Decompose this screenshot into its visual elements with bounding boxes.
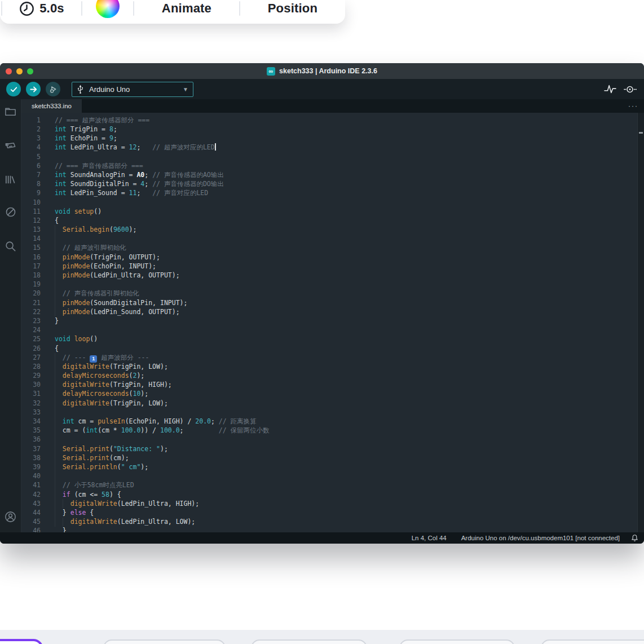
code-line[interactable]: delayMicroseconds(2); [55, 371, 637, 380]
line-number: 16 [21, 253, 41, 262]
board-connection-status[interactable]: Arduino Uno on /dev/cu.usbmodem101 [not … [461, 535, 620, 541]
code-line[interactable]: // 小于58cm时点亮LED [55, 480, 637, 489]
usb-icon [77, 85, 84, 94]
code-line[interactable]: Serial.print("Distance: "); [55, 444, 637, 453]
code-line[interactable]: delayMicroseconds(10); [55, 389, 637, 398]
code-line[interactable]: pinMode(LedPin_Ultra, OUTPUT); [55, 271, 637, 280]
serial-monitor-button[interactable] [623, 82, 637, 96]
line-number: 15 [21, 243, 41, 252]
code-line[interactable]: digitalWrite(TrigPin, LOW); [55, 362, 637, 371]
cursor-position-status[interactable]: Ln 4, Col 44 [412, 535, 447, 541]
code-line[interactable]: digitalWrite(TrigPin, LOW); [55, 399, 637, 408]
code-line[interactable]: // === 超声波传感器部分 === [55, 116, 637, 125]
code-line[interactable]: } [55, 526, 637, 532]
code-line[interactable]: pinMode(LedPin_Sound, OUTPUT); [55, 307, 637, 316]
sidebar-item-library-manager[interactable] [4, 173, 17, 186]
line-number: 25 [21, 334, 41, 343]
duration-button[interactable]: 5.0s [2, 1, 81, 16]
code-line[interactable]: // 声音传感器引脚初始化 [55, 289, 637, 298]
code-line[interactable]: Serial.print(cm); [55, 453, 637, 462]
code-line[interactable]: void setup() [55, 207, 637, 216]
code-line[interactable]: int SoundAnalogPin = A0; // 声音传感器的AO输出 [55, 170, 637, 179]
screen: 5.0s Animate Position ∞ sketch333 | Ardu… [0, 0, 644, 644]
code-line[interactable]: Serial.begin(9600); [55, 225, 637, 234]
sidebar-item-boards-manager[interactable] [4, 139, 17, 152]
line-number: 39 [21, 462, 41, 471]
code-line[interactable]: // 超声波引脚初始化 [55, 243, 637, 252]
code-line[interactable]: digitalWrite(LedPin_Ultra, LOW); [55, 517, 637, 526]
bottom-button-selected[interactable] [0, 639, 43, 644]
code-line[interactable]: digitalWrite(LedPin_Ultra, HIGH); [55, 499, 637, 508]
code-line[interactable]: Serial.println(" cm"); [55, 462, 637, 471]
code-editor[interactable]: 1234567891011121314151617181920212223242… [21, 113, 644, 532]
line-number: 18 [21, 271, 41, 280]
line-number: 27 [21, 353, 41, 362]
color-button[interactable] [82, 0, 133, 18]
line-number: 38 [21, 453, 41, 462]
code-line[interactable] [55, 408, 637, 417]
code-line[interactable] [55, 471, 637, 480]
code-line[interactable]: int SoundDigitalPin = 4; // 声音传感器的DO输出 [55, 179, 637, 188]
code-lines[interactable]: // === 超声波传感器部分 ===int TrigPin = 8;int E… [52, 116, 637, 532]
line-number: 3 [21, 134, 41, 143]
code-line[interactable]: // --- 1 超声波部分 --- [55, 353, 637, 362]
code-line[interactable]: cm = (int(cm * 100.0)) / 100.0; // 保留两位小… [55, 426, 637, 435]
sidebar-item-account[interactable] [4, 510, 17, 523]
code-line[interactable]: } [55, 316, 637, 325]
cursor-position-marker [639, 132, 643, 134]
code-line[interactable]: pinMode(EchoPin, INPUT); [55, 262, 637, 271]
code-line[interactable] [55, 234, 637, 243]
bottom-button-3[interactable] [251, 639, 367, 644]
bottom-toolbar [0, 630, 644, 644]
code-line[interactable]: { [55, 344, 637, 353]
code-line[interactable]: pinMode(TrigPin, OUTPUT); [55, 253, 637, 262]
line-number: 34 [21, 417, 41, 426]
sidebar-item-debug[interactable] [4, 205, 17, 219]
code-line[interactable]: void loop() [55, 334, 637, 343]
code-line[interactable]: pinMode(SoundDigitalPin, INPUT); [55, 298, 637, 307]
notifications-button[interactable] [631, 534, 638, 542]
sidebar-item-search[interactable] [4, 239, 17, 253]
code-line[interactable]: if (cm <= 58) { [55, 490, 637, 499]
title-bar[interactable]: ∞ sketch333 | Arduino IDE 2.3.6 [0, 63, 644, 79]
code-line[interactable]: int cm = pulseIn(EchoPin, HIGH) / 20.0; … [55, 417, 637, 426]
upload-button[interactable] [26, 82, 41, 96]
status-bar: Ln 4, Col 44 Arduino Uno on /dev/cu.usbm… [0, 532, 644, 544]
code-line[interactable] [55, 280, 637, 289]
line-number: 44 [21, 508, 41, 517]
tab-sketch333[interactable]: sketch333.ino [21, 99, 82, 113]
line-number: 30 [21, 380, 41, 389]
bottom-button-5[interactable] [541, 639, 644, 644]
serial-plotter-button[interactable] [603, 82, 617, 96]
tab-more-menu[interactable]: ··· [623, 99, 644, 113]
position-button[interactable]: Position [240, 1, 345, 16]
code-line[interactable]: } else { [55, 508, 637, 517]
code-line[interactable]: int LedPin_Sound = 11; // 声音对应的LED [55, 188, 637, 197]
board-selector[interactable]: Arduino Uno ▼ [72, 82, 193, 97]
bottom-button-4[interactable] [399, 639, 515, 644]
code-line[interactable] [55, 435, 637, 444]
sidebar-item-sketchbook[interactable] [4, 105, 17, 118]
overview-scrollbar[interactable] [637, 113, 644, 532]
code-line[interactable]: digitalWrite(TrigPin, HIGH); [55, 380, 637, 389]
line-number: 12 [21, 216, 41, 225]
code-line[interactable]: { [55, 216, 637, 225]
line-number: 17 [21, 262, 41, 271]
chevron-down-icon: ▼ [183, 86, 188, 92]
code-line[interactable] [55, 152, 637, 161]
code-line[interactable]: int EchoPin = 9; [55, 134, 637, 143]
code-line[interactable]: // === 声音传感器部分 === [55, 161, 637, 170]
start-debugging-button[interactable] [46, 82, 60, 96]
line-number: 1 [21, 116, 41, 125]
code-line[interactable]: int TrigPin = 8; [55, 125, 637, 134]
bottom-button-2[interactable] [103, 639, 226, 644]
line-number: 40 [21, 471, 41, 480]
code-line[interactable] [55, 198, 637, 207]
line-number: 4 [21, 143, 41, 152]
line-number: 41 [21, 480, 41, 489]
verify-button[interactable] [6, 82, 21, 96]
code-line[interactable] [55, 325, 637, 334]
activity-bar [0, 99, 21, 532]
animate-button[interactable]: Animate [134, 1, 239, 16]
code-line[interactable]: int LedPin_Ultra = 12; // 超声波对应的LED [55, 143, 637, 152]
